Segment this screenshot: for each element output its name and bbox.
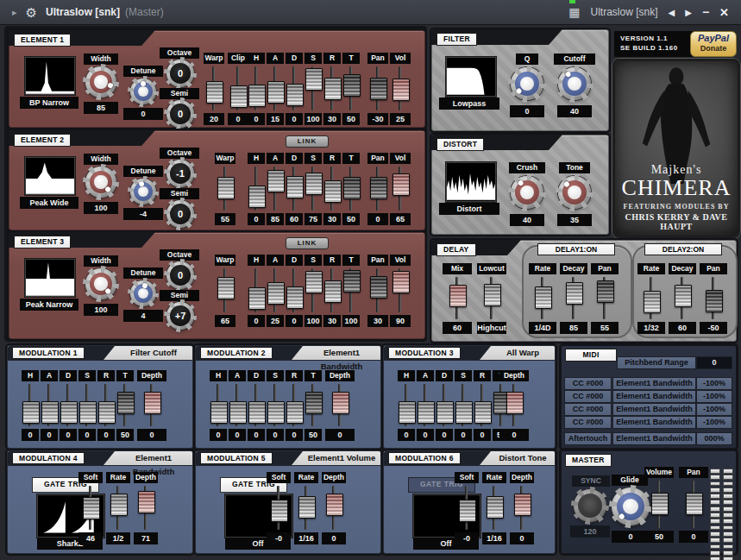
slider-handle[interactable] [298,496,316,519]
slider-track[interactable] [323,66,341,111]
next-preset-icon[interactable]: ▶ [685,8,692,17]
slider-track[interactable] [286,383,303,427]
slider-track[interactable] [367,166,388,211]
link-button[interactable]: LINK [286,135,329,148]
slider-handle[interactable] [566,282,583,305]
slider-handle[interactable] [305,392,323,414]
slider-track[interactable] [560,276,587,320]
slider-track[interactable] [137,383,166,427]
slider-handle[interactable] [399,401,416,424]
slider-track[interactable] [529,276,556,320]
slider-track[interactable] [267,166,284,211]
slider-track[interactable] [342,267,360,313]
slider-handle[interactable] [248,287,266,310]
octave-knob[interactable]: 0 [166,60,194,87]
slider-handle[interactable] [535,286,552,309]
element-shape-display[interactable] [25,259,75,297]
semi-knob[interactable]: 0 [166,200,194,228]
slider-track[interactable] [342,66,360,111]
slider-track[interactable] [455,383,472,427]
slider-track[interactable] [510,485,534,531]
pitchbend-value[interactable]: 0 [696,356,732,369]
slider-track[interactable] [323,267,341,313]
slider-track[interactable] [248,267,265,313]
slider-track[interactable] [390,66,411,111]
semi-knob[interactable]: 0 [166,100,194,128]
slider-handle[interactable] [324,180,342,203]
slider-track[interactable] [134,485,158,531]
midi-cc-target[interactable]: Element1 Bandwidth [612,377,696,390]
slider-handle[interactable] [324,280,342,303]
aftertouch-label[interactable]: Aftertouch [564,432,612,445]
sync-label[interactable]: SYNC [572,475,610,487]
slider-handle[interactable] [597,280,614,303]
slider-track[interactable] [267,383,284,427]
paypal-donate-button[interactable]: PayPal Donate [690,31,737,57]
element-shape-label[interactable]: Peak Wide [20,197,78,209]
link-button[interactable]: LINK [286,237,329,249]
slider-track[interactable] [41,383,58,427]
width-knob[interactable] [85,167,116,198]
slider-handle[interactable] [230,85,248,108]
midi-cc-amount[interactable]: -100% [696,377,732,390]
slider-handle[interactable] [343,270,361,293]
slider-handle[interactable] [418,401,435,424]
slider-handle[interactable] [686,493,703,515]
close-icon[interactable]: ✕ [719,6,729,19]
semi-knob[interactable]: +7 [166,302,194,330]
midi-cc-amount[interactable]: -100% [696,403,732,416]
slider-handle[interactable] [286,401,304,424]
cutoff-knob[interactable] [558,67,591,100]
slider-track[interactable] [305,166,322,211]
element-shape-display[interactable] [25,157,75,195]
slider-handle[interactable] [506,392,524,414]
slider-handle[interactable] [514,494,531,516]
slider-track[interactable] [267,66,284,111]
slider-track[interactable] [215,166,235,211]
element-shape-label[interactable]: Peak Narrow [20,299,78,311]
slider-track[interactable] [474,383,491,427]
slider-handle[interactable] [474,401,492,424]
slider-handle[interactable] [267,401,285,424]
distort-type-label[interactable]: Distort [439,203,499,215]
slider-handle[interactable] [370,78,387,100]
tone-knob[interactable] [558,176,591,209]
slider-track[interactable] [398,383,415,427]
slider-track[interactable] [390,267,411,313]
slider-handle[interactable] [706,290,723,312]
slider-handle[interactable] [370,177,387,199]
midi-cc[interactable]: CC #000 [564,403,612,416]
collapse-arrow-icon[interactable]: ▸ [12,7,17,18]
filter-type-label[interactable]: Lowpass [439,98,499,110]
slider-handle[interactable] [271,500,288,522]
slider-track[interactable] [294,485,318,531]
distort-shape-display[interactable] [446,162,496,202]
slider-track[interactable] [477,276,506,320]
slider-handle[interactable] [79,401,97,424]
slider-track[interactable] [267,267,284,313]
midi-cc[interactable]: CC #000 [564,377,612,390]
slider-track[interactable] [305,267,322,313]
slider-handle[interactable] [248,401,266,424]
slider-handle[interactable] [248,85,266,107]
slider-handle[interactable] [286,84,304,106]
slider-track[interactable] [591,276,619,320]
filter-shape-display[interactable] [446,57,496,97]
slider-handle[interactable] [436,401,454,424]
detune-knob[interactable] [130,179,156,204]
slider-track[interactable] [286,166,303,211]
slider-handle[interactable] [305,173,323,195]
slider-handle[interactable] [675,285,692,307]
slider-handle[interactable] [286,286,304,309]
slider-handle[interactable] [487,496,504,519]
slider-track[interactable] [436,383,453,427]
slider-handle[interactable] [392,79,410,101]
slider-track[interactable] [443,276,472,320]
slider-track[interactable] [669,276,696,320]
slider-handle[interactable] [248,186,266,208]
slider-track[interactable] [229,383,246,427]
minimize-icon[interactable]: − [702,5,709,19]
slider-track[interactable] [322,485,346,531]
slider-handle[interactable] [484,284,501,306]
mod-target-label[interactable]: Element1 Bandwidth [115,451,192,465]
